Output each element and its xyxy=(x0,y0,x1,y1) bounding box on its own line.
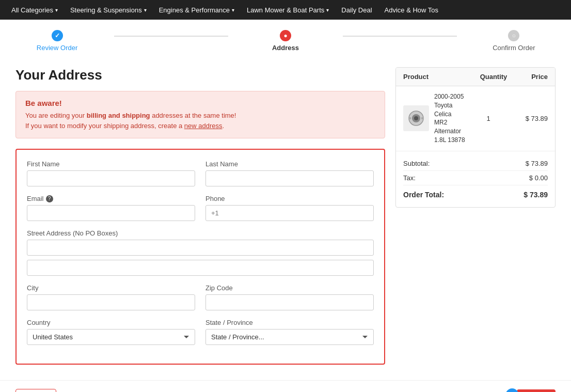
svg-rect-4 xyxy=(421,117,423,119)
step-connector-1 xyxy=(114,36,228,37)
warning-suffix-1: addresses at the same time! xyxy=(150,112,236,119)
warning-suffix-2: . xyxy=(223,122,225,130)
subtotal-value: $ 73.89 xyxy=(526,160,548,167)
state-label: State / Province xyxy=(205,319,374,326)
city-input[interactable] xyxy=(27,294,195,310)
warning-prefix-1: You are editing your xyxy=(25,112,87,119)
last-name-group: Last Name xyxy=(205,160,374,186)
phone-label: Phone xyxy=(205,195,374,202)
state-select[interactable]: State / Province... Alabama Alaska Calif… xyxy=(205,329,374,345)
warning-bold: billing and shipping xyxy=(87,112,150,119)
nav-advice[interactable]: Advice & How Tos xyxy=(378,0,445,20)
col-quantity-header: Quantity xyxy=(475,73,512,81)
last-name-label: Last Name xyxy=(205,160,374,168)
page-title: Your Address xyxy=(15,67,385,83)
order-total-value: $ 73.89 xyxy=(524,191,548,199)
product-name: 2000-2005 Toyota Celica MR2 Alternator 1… xyxy=(434,92,465,145)
nav-daily-deal-label: Daily Deal xyxy=(341,6,372,14)
product-quantity: 1 xyxy=(470,115,506,122)
warning-prefix-2: If you want to modify your shipping addr… xyxy=(25,122,184,130)
next-button[interactable]: Next ▸ xyxy=(517,389,556,393)
state-group: State / Province State / Province... Ala… xyxy=(205,319,374,345)
zip-group: Zip Code xyxy=(205,284,374,310)
email-phone-row: Email ? Phone xyxy=(27,195,374,221)
step-confirm: ○ Confirm Order xyxy=(457,30,571,52)
email-label: Email ? xyxy=(27,195,195,202)
first-name-group: First Name xyxy=(27,160,195,186)
product-price: $ 73.89 xyxy=(512,115,548,122)
step-address: ● Address xyxy=(228,30,342,52)
city-label: City xyxy=(27,284,195,292)
step-connector-2 xyxy=(343,36,457,37)
nav-lawn-mower[interactable]: Lawn Mower & Boat Parts ▾ xyxy=(241,0,335,20)
subtotal-label: Subtotal: xyxy=(403,160,430,167)
warning-title: Be aware! xyxy=(25,99,375,107)
navbar: All Categories ▾ Steering & Suspensions … xyxy=(0,0,571,20)
step-review-circle: ✓ xyxy=(52,30,63,41)
checkout-steps: ✓ Review Order ● Address ○ Confirm Order xyxy=(0,20,571,57)
country-select[interactable]: United States Canada United Kingdom xyxy=(27,329,195,345)
back-button[interactable]: ◂ Back xyxy=(15,389,56,393)
order-summary-panel: Product Quantity Price 2000-2005 Toyota … xyxy=(395,67,556,365)
product-image xyxy=(403,105,429,131)
chevron-down-icon: ▾ xyxy=(232,7,234,13)
last-name-input[interactable] xyxy=(205,170,374,186)
email-input[interactable] xyxy=(27,205,195,221)
nav-engines-label: Engines & Performance xyxy=(159,6,230,14)
country-state-row: Country United States Canada United King… xyxy=(27,319,374,345)
tax-row: Tax: $ 0.00 xyxy=(403,171,548,185)
order-total-label: Order Total: xyxy=(403,191,444,199)
col-price-header: Price xyxy=(512,73,548,81)
svg-point-2 xyxy=(414,116,418,120)
step-address-circle: ● xyxy=(280,30,291,41)
chevron-down-icon: ▾ xyxy=(144,7,147,13)
country-group: Country United States Canada United King… xyxy=(27,319,195,345)
nav-engines[interactable]: Engines & Performance ▾ xyxy=(153,0,241,20)
step-confirm-label: Confirm Order xyxy=(493,44,535,52)
nav-steering[interactable]: Steering & Suspensions ▾ xyxy=(64,0,153,20)
warning-text-2: If you want to modify your shipping addr… xyxy=(25,121,375,131)
step-confirm-circle: ○ xyxy=(508,30,519,41)
nav-steering-label: Steering & Suspensions xyxy=(70,6,142,14)
city-zip-row: City Zip Code xyxy=(27,284,374,310)
nav-all-categories-label: All Categories xyxy=(11,6,53,14)
street-label: Street Address (No PO Boxes) xyxy=(27,229,374,237)
address-form: First Name Last Name Email ? xyxy=(15,149,385,365)
next-button-group: 1 Next ▸ xyxy=(505,388,556,392)
step-address-label: Address xyxy=(272,44,299,52)
email-help-icon[interactable]: ? xyxy=(46,195,53,202)
col-product-header: Product xyxy=(403,73,475,81)
street-input-2[interactable] xyxy=(27,260,374,276)
chevron-down-icon: ▾ xyxy=(326,7,329,13)
product-row: 2000-2005 Toyota Celica MR2 Alternator 1… xyxy=(396,86,555,151)
first-name-input[interactable] xyxy=(27,170,195,186)
street-row: Street Address (No PO Boxes) xyxy=(27,229,374,276)
zip-input[interactable] xyxy=(205,294,374,310)
main-container: Your Address Be aware! You are editing y… xyxy=(0,57,571,375)
nav-daily-deal[interactable]: Daily Deal xyxy=(335,0,378,20)
step-review-label[interactable]: Review Order xyxy=(37,44,77,52)
step-review: ✓ Review Order xyxy=(0,30,114,52)
nav-lawn-mower-label: Lawn Mower & Boat Parts xyxy=(247,6,324,14)
bottom-bar: ◂ Back 1 Next ▸ xyxy=(0,380,571,392)
tax-value: $ 0.00 xyxy=(529,174,548,182)
zip-label: Zip Code xyxy=(205,284,374,292)
first-name-label: First Name xyxy=(27,160,195,168)
street-group: Street Address (No PO Boxes) xyxy=(27,229,374,276)
alternator-svg xyxy=(407,109,425,128)
order-summary-header: Product Quantity Price xyxy=(396,68,555,86)
street-input-1[interactable] xyxy=(27,240,374,256)
order-total-row: Order Total: $ 73.89 xyxy=(403,185,548,202)
nav-advice-label: Advice & How Tos xyxy=(385,6,439,14)
subtotal-row: Subtotal: $ 73.89 xyxy=(403,156,548,171)
phone-input[interactable] xyxy=(205,205,374,221)
left-panel: Your Address Be aware! You are editing y… xyxy=(15,67,385,365)
chevron-down-icon: ▾ xyxy=(55,7,58,13)
warning-text-1: You are editing your billing and shippin… xyxy=(25,111,375,121)
nav-all-categories[interactable]: All Categories ▾ xyxy=(5,0,64,20)
phone-group: Phone xyxy=(205,195,374,221)
svg-rect-3 xyxy=(409,117,411,119)
country-label: Country xyxy=(27,319,195,326)
city-group: City xyxy=(27,284,195,310)
new-address-link[interactable]: new address xyxy=(184,122,223,130)
